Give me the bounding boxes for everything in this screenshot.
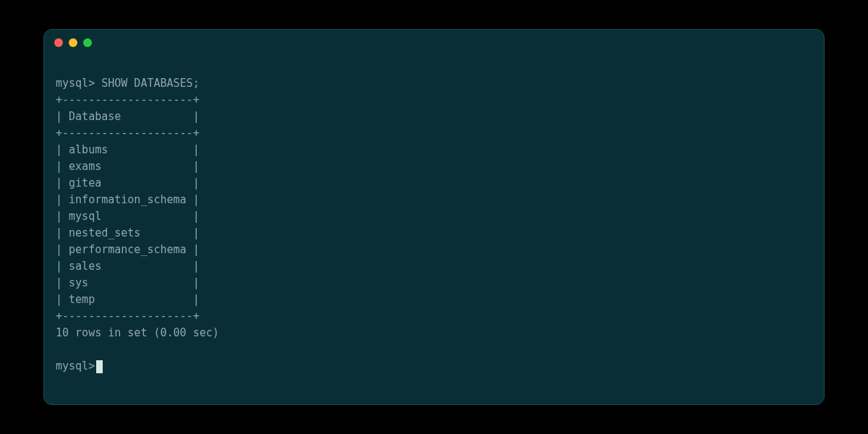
terminal-window: mysql> SHOW DATABASES; +----------------… xyxy=(43,29,825,405)
command-text: SHOW DATABASES; xyxy=(101,77,199,90)
maximize-icon[interactable] xyxy=(83,38,92,47)
prompt: mysql> xyxy=(56,358,95,375)
titlebar xyxy=(44,30,824,56)
close-icon[interactable] xyxy=(54,38,63,47)
cursor xyxy=(96,360,103,373)
table-output: +--------------------+ | Database | +---… xyxy=(56,93,200,323)
command-line: mysql> SHOW DATABASES; xyxy=(56,77,200,90)
active-prompt-line[interactable]: mysql> xyxy=(56,358,812,375)
minimize-icon[interactable] xyxy=(69,38,77,47)
terminal-body[interactable]: mysql> SHOW DATABASES; +----------------… xyxy=(44,56,824,404)
summary-line: 10 rows in set (0.00 sec) xyxy=(56,326,219,339)
prompt: mysql> xyxy=(56,77,95,90)
